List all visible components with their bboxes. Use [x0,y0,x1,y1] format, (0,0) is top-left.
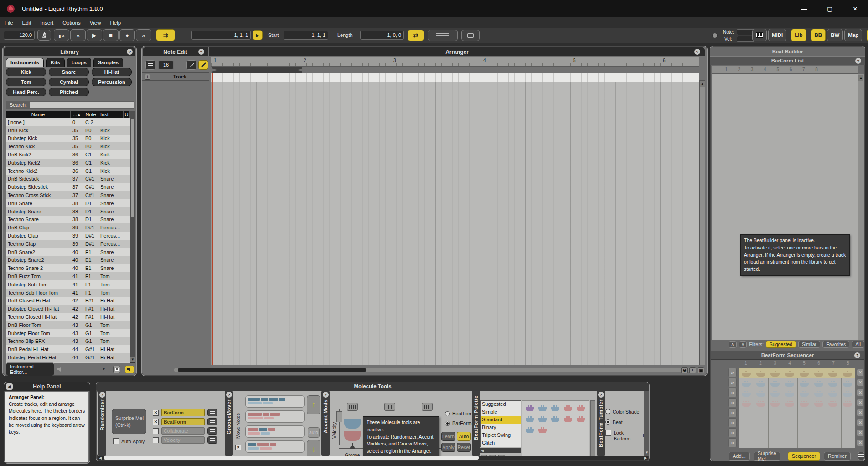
close-button[interactable]: ✕ [842,0,868,17]
category-hand-perc-[interactable]: Hand Perc. [6,88,46,96]
sequencer-action-add[interactable]: Add... [728,452,750,461]
groove-pattern-row[interactable] [245,440,305,453]
palette-beatform[interactable] [536,424,549,435]
tumbler-option-color-shade[interactable]: Color Shade [605,409,642,415]
table-row[interactable]: Dubstep Snare38D1Snare [6,207,132,216]
sequencer-delete-button[interactable]: ✕ [857,439,864,446]
category-pitched[interactable]: Pitched [49,88,89,96]
sequencer-cell[interactable] [782,398,797,408]
add-track-button[interactable]: + [145,74,150,80]
sequencer-cell[interactable] [840,388,855,398]
barform-next-button[interactable]: ∨ [739,341,747,348]
column-header-u[interactable]: U [124,111,130,118]
palette-beatform[interactable] [562,413,574,424]
table-row[interactable]: Dubstep Pedal Hi-Hat44G#1Hi-Hat [6,353,132,362]
library-scrollbar[interactable]: ▼ [130,111,135,363]
table-row[interactable]: Techno Snare 240E1Snare [6,264,132,272]
menu-view[interactable]: View [85,17,106,28]
sequencer-cell[interactable] [826,398,841,408]
velocity-slider-handle[interactable] [336,411,342,422]
sequencer-play-button[interactable]: » [728,398,737,407]
accent-mods-help-icon[interactable]: ? [323,392,329,398]
brush-tool-button[interactable] [186,60,196,70]
sequencer-cell[interactable] [840,368,855,378]
sequencer-play-button[interactable]: » [728,408,737,417]
table-row[interactable]: DnB Pedal Hi_Hat44G#1Hi-Hat [6,345,132,353]
auto-apply-checkbox[interactable] [113,438,119,444]
palette-item-simple[interactable]: Simple [480,409,521,416]
palette-item-glitch[interactable]: Glitch [480,440,521,447]
table-row[interactable]: DnB Sidestick37C#1Snare [6,175,132,183]
audition-toggle-button[interactable] [125,366,134,373]
filter-favorites[interactable]: Favorites [822,341,849,348]
barform-list[interactable] [712,74,858,340]
sequencer-action-sequencer[interactable]: Sequencer [788,452,820,461]
slot-menu-beatform[interactable] [207,418,217,425]
table-row[interactable]: Techno Sub Floor Tom41F1Tom [6,289,132,297]
palette-beatform[interactable] [574,402,587,413]
groove-up-button[interactable]: ↑ [307,395,320,414]
palette-beatform[interactable] [523,424,536,435]
table-row[interactable]: DnB Floor Tom43G1Tom [6,321,132,329]
category-kick[interactable]: Kick [6,68,46,76]
piano-view-button[interactable] [752,29,767,41]
view-button-map[interactable]: Map [844,29,862,41]
sequencer-cell[interactable] [754,398,768,408]
surprise-me-button[interactable]: Surprise Me! (Ctrl-k) [112,409,146,434]
slot-field-velocity[interactable]: Velocity [161,436,205,444]
slot-field-beatform[interactable]: BeatForm [161,418,205,425]
slot-field-barform[interactable]: BarForm [161,409,205,416]
sequencer-play-button[interactable]: » [728,368,737,377]
sequencer-cell[interactable] [739,378,754,388]
arranger-ruler[interactable]: 123456 [211,57,699,67]
table-row[interactable]: Techno Blip EFX43G1Tom [6,337,132,346]
palette-hscrollbar[interactable]: ◀ [480,448,521,453]
category-cymbal[interactable]: Cymbal [49,78,89,86]
sequencer-cell[interactable] [754,388,768,398]
table-row[interactable]: Dubstep Kick236C1Kick [6,159,132,167]
column-header-inst[interactable]: Inst [98,111,124,118]
table-row[interactable]: Dubstep Sidestick37C#1Snare [6,183,132,191]
groove-down-button[interactable]: ↓ [307,440,320,456]
arranger-vscrollbar[interactable]: ▲ [699,80,705,365]
slot-checkbox-collaborate[interactable] [153,428,159,434]
sequencer-cell[interactable] [797,388,811,398]
table-row[interactable]: DnB Snare38D1Snare [6,199,132,207]
sequencer-action-surpriseme[interactable]: Surprise Me! [754,452,780,461]
view-button-bb[interactable]: BB [811,29,826,41]
zoom-out-button[interactable]: ⊖ [681,367,688,373]
palette-vscrollbar[interactable]: ▼ [590,400,595,456]
sequencer-cell[interactable] [768,398,783,408]
sequencer-cell[interactable] [782,368,797,378]
groove-auto-button[interactable]: auto [308,427,320,438]
sequencer-play-button[interactable]: » [728,438,737,447]
accent-high-shape[interactable] [344,419,361,429]
mt-hscrollbar-thumb[interactable] [104,456,479,460]
sequencer-cell[interactable] [782,378,797,388]
arranger-scroll-up-icon[interactable]: ▲ [700,81,705,87]
rewind-button[interactable]: « [70,29,86,41]
sequencer-cell[interactable] [739,398,754,408]
sequencer-cell[interactable] [826,368,841,378]
metronome-button[interactable] [37,30,51,41]
arranger-hscrollbar[interactable] [174,368,693,372]
slot-menu-collaborate[interactable] [207,427,217,435]
sequencer-cell[interactable] [797,378,811,388]
category-tom[interactable]: Tom [6,78,46,86]
palette-beatform[interactable] [549,402,562,413]
table-row[interactable]: Dubstep Sub Tom41F1Tom [6,280,132,289]
table-row[interactable]: DnB Clap39D#1Percus... [6,223,132,232]
slot-menu-barform[interactable] [207,409,217,416]
column-header-note[interactable]: Note [83,111,98,118]
sequencer-delete-button[interactable]: ✕ [857,429,864,436]
library-help-icon[interactable]: ? [127,49,133,55]
action-learn[interactable]: Learn [441,432,455,441]
arranger-subgrid-strip[interactable] [211,73,699,82]
filter-suggested[interactable]: Suggested [766,341,796,348]
move-notes-checkbox[interactable]: ✕ [235,445,241,450]
sequencer-delete-button[interactable]: ✕ [857,409,864,416]
loop-toggle-button[interactable]: ⇄ [408,30,424,41]
category-hi-hat[interactable]: Hi-Hat [92,68,132,76]
arranger-grid[interactable] [211,82,699,365]
sequencer-cell[interactable] [840,378,855,388]
